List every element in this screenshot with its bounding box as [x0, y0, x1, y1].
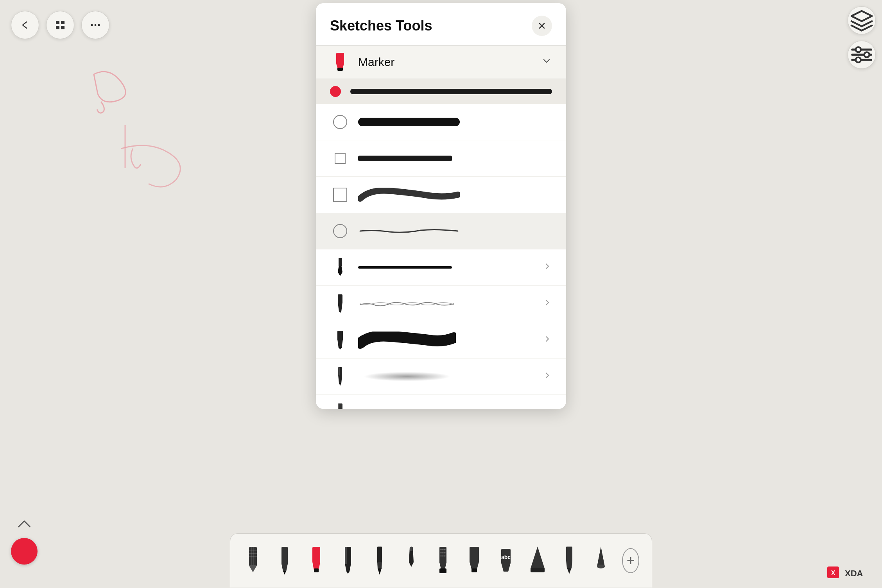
bottom-toolbar: abc + — [230, 533, 652, 588]
tool-row-6[interactable] — [316, 286, 566, 322]
svg-marker-50 — [345, 563, 351, 572]
tool-icon-square-lg — [330, 185, 350, 205]
svg-rect-18 — [338, 294, 342, 303]
svg-point-67 — [440, 556, 441, 557]
tool-row-6-chevron-icon — [543, 298, 552, 310]
svg-point-28 — [364, 372, 450, 381]
marker-icon — [330, 52, 350, 72]
toolbar-tool-5[interactable] — [369, 541, 390, 580]
svg-rect-53 — [377, 547, 382, 563]
stroke-preview-1 — [358, 118, 552, 126]
selected-color-dot — [330, 86, 341, 97]
svg-rect-77 — [531, 568, 545, 572]
stroke-preview-2 — [358, 156, 552, 161]
toolbar-tool-8[interactable] — [464, 541, 485, 580]
tool-row-2[interactable] — [316, 140, 566, 177]
svg-rect-17 — [339, 258, 342, 266]
svg-rect-13 — [336, 53, 344, 65]
svg-marker-76 — [531, 547, 545, 568]
svg-marker-25 — [338, 375, 342, 384]
tool-icon-circle-2 — [330, 221, 350, 241]
svg-point-68 — [442, 556, 443, 557]
svg-rect-78 — [566, 547, 572, 561]
svg-marker-51 — [346, 571, 350, 574]
svg-rect-70 — [470, 547, 479, 563]
toolbar-tool-11[interactable] — [559, 541, 580, 580]
svg-marker-57 — [410, 547, 413, 551]
svg-marker-79 — [566, 561, 572, 568]
marker-dropdown-chevron-icon — [541, 56, 552, 69]
toolbar-tool-4[interactable] — [338, 541, 359, 580]
selected-tool-row[interactable] — [316, 79, 566, 104]
tool-row-8-chevron-icon — [543, 371, 552, 382]
svg-marker-55 — [378, 568, 382, 575]
svg-rect-48 — [314, 568, 319, 572]
toolbar-tool-7[interactable] — [432, 541, 453, 580]
svg-point-65 — [442, 552, 443, 554]
toolbar-tool-6[interactable] — [401, 541, 421, 580]
tool-icon-square-sm — [330, 148, 350, 169]
svg-rect-36 — [249, 547, 257, 566]
svg-marker-44 — [281, 564, 288, 572]
tool-row-1[interactable] — [316, 104, 566, 140]
svg-marker-81 — [597, 547, 605, 566]
tool-row-9[interactable] — [316, 395, 566, 409]
svg-marker-71 — [470, 562, 479, 569]
svg-marker-19 — [338, 302, 342, 312]
toolbar-tool-9[interactable]: abc — [496, 541, 516, 580]
svg-text:abc: abc — [501, 554, 511, 560]
marker-selector[interactable]: Marker — [316, 45, 566, 79]
svg-rect-46 — [312, 547, 320, 563]
tool-list-scroll-area[interactable] — [316, 104, 566, 409]
tool-icon-pen-thick — [330, 330, 350, 350]
svg-point-63 — [444, 549, 445, 550]
toolbar-tool-3[interactable] — [306, 541, 327, 580]
svg-marker-23 — [339, 347, 342, 350]
toolbar-tool-1[interactable] — [243, 541, 264, 580]
sketches-tools-modal: Sketches Tools Marker — [316, 3, 566, 409]
svg-point-66 — [444, 552, 445, 554]
svg-point-82 — [597, 565, 605, 568]
tool-list — [316, 104, 566, 409]
tool-icon-pen-thin — [330, 257, 350, 278]
selected-stroke-preview — [350, 89, 552, 94]
svg-marker-54 — [377, 562, 382, 569]
svg-point-64 — [440, 552, 441, 554]
tool-row-7[interactable] — [316, 322, 566, 359]
tool-icon-circle-1 — [330, 112, 350, 132]
svg-rect-52 — [345, 547, 347, 564]
toolbar-tool-10[interactable] — [527, 541, 548, 580]
svg-marker-37 — [249, 565, 257, 572]
tool-row-5-chevron-icon — [543, 262, 552, 273]
marker-label: Marker — [358, 56, 541, 69]
modal-header: Sketches Tools — [316, 3, 566, 45]
svg-point-62 — [442, 549, 443, 550]
tool-row-5[interactable] — [316, 249, 566, 286]
tool-row-9-chevron-icon — [543, 407, 552, 409]
svg-marker-75 — [501, 563, 511, 572]
svg-marker-45 — [283, 571, 286, 575]
tool-row-8[interactable] — [316, 359, 566, 395]
stroke-preview-4 — [358, 227, 552, 235]
tool-row-3[interactable] — [316, 177, 566, 213]
svg-marker-26 — [339, 383, 341, 386]
add-tool-button[interactable]: + — [622, 548, 639, 573]
tool-icon-pen-medium — [330, 294, 350, 314]
xda-watermark: X XDA — [827, 565, 874, 580]
svg-point-61 — [440, 549, 441, 550]
svg-marker-80 — [567, 568, 572, 574]
modal-close-button[interactable] — [532, 16, 552, 36]
svg-marker-20 — [339, 311, 341, 313]
toolbar-tool-12[interactable] — [590, 541, 611, 580]
svg-text:XDA: XDA — [845, 568, 863, 578]
svg-marker-59 — [439, 562, 446, 569]
stroke-preview-7 — [358, 332, 538, 349]
stroke-preview-6 — [358, 301, 538, 307]
stroke-preview-5 — [358, 266, 538, 269]
tool-row-4[interactable] — [316, 213, 566, 249]
svg-rect-21 — [337, 331, 343, 340]
svg-rect-31 — [338, 403, 339, 409]
toolbar-tool-2[interactable] — [274, 541, 295, 580]
modal-overlay: Sketches Tools Marker — [0, 0, 882, 588]
svg-rect-15 — [337, 68, 343, 71]
